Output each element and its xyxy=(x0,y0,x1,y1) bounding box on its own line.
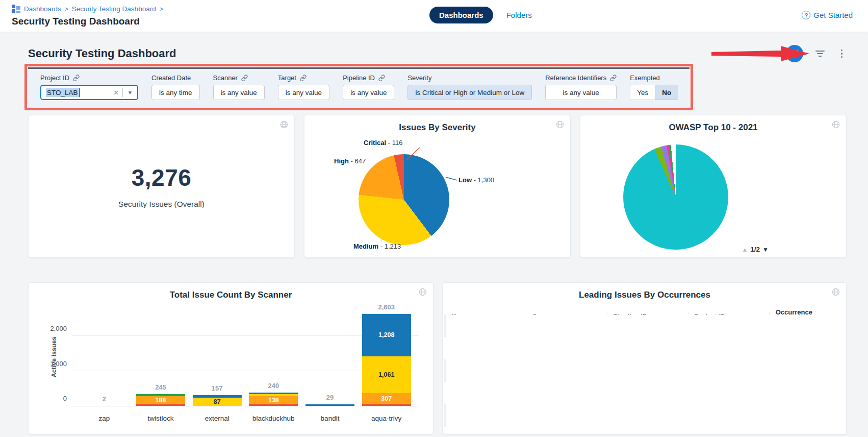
row-stripes xyxy=(444,314,446,433)
pie-label-high: High - 647 xyxy=(334,157,366,165)
severity-filter-button[interactable]: is Critical or High or Medium or Low xyxy=(407,85,532,100)
reference-identifiers-filter-button[interactable]: is any value xyxy=(545,85,617,100)
chevron-down-icon[interactable]: ▼ xyxy=(123,90,137,95)
bar-category-label: zap xyxy=(98,415,110,422)
filter-label: Pipeline ID xyxy=(343,74,375,82)
app-header: Dashboards > Security Testing Dashboard … xyxy=(0,0,868,32)
card-issues-by-severity: Issues By Severity Critical - 116 High -… xyxy=(304,115,571,258)
bar-segment[interactable]: 307 xyxy=(362,393,411,404)
y-axis-label: Active Issues xyxy=(50,336,58,377)
filter-bar: Project ID STO_LAB ✕ ▼ Created Date is a… xyxy=(28,67,690,107)
bar-segment[interactable] xyxy=(136,404,185,406)
target-filter-button[interactable]: is any value xyxy=(278,85,329,100)
get-started-label: Get Started xyxy=(813,11,853,19)
bar-total-label: 2,603 xyxy=(378,303,395,311)
filter-exempted: Exempted Yes No xyxy=(630,74,678,100)
created-date-filter-button[interactable]: is any time xyxy=(151,85,200,100)
window-title: Security Testing Dashboard xyxy=(12,16,163,27)
chart-title: Leading Issues By Occurrences xyxy=(443,290,846,300)
tab-folders[interactable]: Folders xyxy=(506,11,532,19)
project-id-input[interactable]: STO_LAB ✕ ▼ xyxy=(40,85,138,100)
scanner-bars: 0 1,000 2,000 2zap245188twistlock15787ex… xyxy=(72,314,419,406)
page-title: Security Testing Dashboard xyxy=(28,47,176,60)
y-tick: 1,000 xyxy=(40,360,67,368)
filter-created-date: Created Date is any time xyxy=(151,74,200,100)
bar-total-label: 29 xyxy=(326,394,334,401)
bar-segment[interactable]: 188 xyxy=(136,396,185,404)
globe-icon xyxy=(832,120,840,129)
globe-icon xyxy=(556,120,564,129)
bar-group: 240138blackduckhub xyxy=(245,314,302,406)
page-up-icon[interactable]: ▲ xyxy=(742,246,748,253)
bar-group: 2,6031,2081,061307aqua-trivy xyxy=(358,314,415,406)
filter-scanner: Scanner is any value xyxy=(213,74,265,100)
owasp-pagination: ▲ 1/2 ▼ xyxy=(742,246,769,253)
bar-segment[interactable]: 87 xyxy=(193,398,242,406)
refresh-icon xyxy=(790,49,799,58)
page-down-icon[interactable]: ▼ xyxy=(762,246,769,253)
kpi-value: 3,276 xyxy=(132,164,192,191)
bar-segment[interactable]: 1,061 xyxy=(362,356,411,394)
filter-label: Severity xyxy=(407,74,431,82)
owasp-pie[interactable] xyxy=(623,144,728,250)
bar-segment[interactable]: 138 xyxy=(249,396,298,404)
bar-group: 2zap xyxy=(76,314,133,406)
card-security-issues-overall: 3,276 Security Issues (Overall) xyxy=(28,115,295,258)
breadcrumb: Dashboards > Security Testing Dashboard … xyxy=(12,5,163,13)
bar-total-label: 240 xyxy=(268,382,279,390)
kpi-label: Security Issues (Overall) xyxy=(118,200,205,209)
header-tabs: Dashboards Folders xyxy=(429,7,532,23)
exempted-yes-option[interactable]: Yes xyxy=(630,85,655,100)
y-tick: 2,000 xyxy=(40,325,67,332)
bar-total-label: 157 xyxy=(212,384,223,392)
chart-title: Issues By Severity xyxy=(304,123,570,133)
pie-label-medium: Medium - 1,213 xyxy=(353,242,401,250)
link-icon xyxy=(378,75,385,81)
filter-label: Scanner xyxy=(213,74,238,82)
pie-label-low: Low - 1,300 xyxy=(458,176,494,184)
filter-severity: Severity is Critical or High or Medium o… xyxy=(407,74,532,100)
project-id-value: STO_LAB xyxy=(46,88,80,97)
bar-category-label: aqua-trivy xyxy=(371,415,401,422)
filter-pipeline-id: Pipeline ID is any value xyxy=(343,74,394,100)
bar-segment[interactable] xyxy=(305,404,354,406)
breadcrumb-link-current[interactable]: Security Testing Dashboard xyxy=(72,5,156,13)
filter-reference-identifiers: Reference Identifiers is any value xyxy=(545,74,617,100)
screen: Dashboards > Security Testing Dashboard … xyxy=(0,0,868,437)
bar-group: 29bandit xyxy=(302,314,359,406)
link-icon xyxy=(300,75,307,81)
filter-label: Reference Identifiers xyxy=(545,74,606,82)
link-icon xyxy=(241,75,248,81)
dashboards-grid-icon xyxy=(12,5,20,13)
bar-segment[interactable] xyxy=(249,404,298,406)
help-icon: ? xyxy=(802,11,810,19)
filter-label: Created Date xyxy=(151,74,191,82)
globe-icon xyxy=(832,288,840,296)
y-tick: 0 xyxy=(40,395,67,402)
scanner-filter-button[interactable]: is any value xyxy=(213,85,265,100)
issues-by-severity-pie[interactable] xyxy=(359,154,449,245)
link-icon xyxy=(73,75,80,81)
page-indicator: 1/2 xyxy=(750,246,760,253)
chart-title: Total Issue Count By Scanner xyxy=(29,290,433,300)
bar-total-label: 245 xyxy=(155,383,166,391)
bar-total-label: 2 xyxy=(103,395,106,403)
bar-group: 15787external xyxy=(189,314,245,406)
kebab-menu-icon[interactable] xyxy=(837,47,847,60)
dashboard-filter-icon[interactable] xyxy=(813,48,827,59)
bar-segment[interactable] xyxy=(362,404,411,406)
clear-icon[interactable]: ✕ xyxy=(110,89,122,96)
exempted-no-option[interactable]: No xyxy=(655,85,678,100)
filter-label: Target xyxy=(278,74,296,82)
pipeline-id-filter-button[interactable]: is any value xyxy=(343,85,394,100)
breadcrumb-link-dashboards[interactable]: Dashboards xyxy=(24,5,61,13)
card-leading-issues-by-occurrences: Leading Issues By Occurrences Key Scanne… xyxy=(443,282,847,434)
filter-label: Project ID xyxy=(40,74,69,82)
tab-dashboards[interactable]: Dashboards xyxy=(429,7,493,23)
refresh-button[interactable] xyxy=(786,45,803,62)
bar-category-label: external xyxy=(205,415,229,422)
globe-icon xyxy=(419,288,427,296)
breadcrumb-separator: > xyxy=(160,6,163,13)
bar-segment[interactable]: 1,208 xyxy=(362,314,411,356)
get-started-link[interactable]: ? Get Started xyxy=(802,11,853,19)
